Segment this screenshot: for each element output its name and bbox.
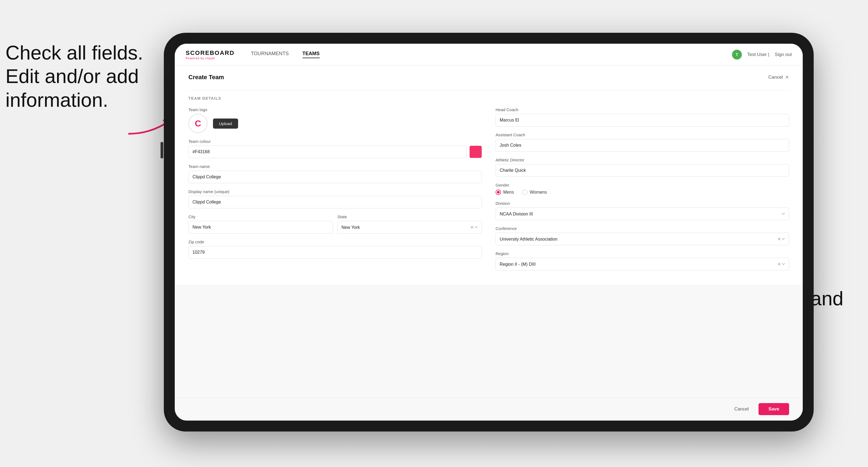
head-coach-label: Head Coach [496, 107, 789, 112]
form-divider [188, 90, 789, 91]
gender-group: Gender Mens Womens [496, 183, 789, 195]
head-coach-input[interactable] [496, 114, 789, 126]
form-title: Create Team [188, 74, 224, 81]
region-clear-button[interactable]: ✕ [777, 261, 781, 267]
gender-womens-option[interactable]: Womens [522, 190, 547, 195]
left-column: Team logo C Upload Team colour [188, 107, 482, 276]
zip-group: Zip code [188, 240, 482, 259]
logo-text: SCOREBOARD [186, 50, 235, 57]
region-select-wrap: Region II - (M) DIII ✕ [496, 258, 789, 270]
gender-mens-option[interactable]: Mens [496, 190, 514, 195]
colour-swatch[interactable] [469, 146, 482, 158]
display-name-group: Display name (unique) [188, 189, 482, 208]
assistant-coach-input[interactable] [496, 139, 789, 152]
state-group: State New York ✕ [338, 214, 482, 234]
navbar: SCOREBOARD Powered by clippd TOURNAMENTS… [175, 44, 803, 66]
nav-teams[interactable]: TEAMS [303, 51, 320, 58]
team-colour-label: Team colour [188, 139, 482, 144]
gender-radio: Mens Womens [496, 190, 789, 195]
state-select-wrap: New York ✕ [338, 221, 482, 234]
annotation-left: Check all fields. Edit and/or add inform… [5, 41, 143, 112]
division-select-wrap: NCAA Division III [496, 208, 789, 220]
conference-select-wrap: University Athletic Association ✕ [496, 233, 789, 245]
logo-circle: C [188, 114, 208, 133]
division-group: Division NCAA Division III [496, 201, 789, 220]
region-select[interactable]: Region II - (M) DIII [496, 258, 789, 270]
city-state-row: City State New York ✕ [188, 214, 482, 234]
division-label: Division [496, 201, 789, 206]
city-state-group: City State New York ✕ [188, 214, 482, 234]
logo-area: SCOREBOARD Powered by clippd [186, 50, 235, 60]
nav-links: TOURNAMENTS TEAMS [251, 51, 732, 58]
athletic-director-label: Athletic Director [496, 158, 789, 162]
display-name-input[interactable] [188, 196, 482, 208]
team-name-input[interactable] [188, 171, 482, 183]
nav-right: T Test User | Sign out [732, 50, 792, 60]
division-select[interactable]: NCAA Division III [496, 208, 789, 220]
form-footer: Cancel Save [175, 397, 803, 421]
form-header: Create Team Cancel ✕ [188, 74, 789, 85]
gender-womens-radio[interactable] [522, 190, 528, 195]
logo-sub: Powered by clippd [186, 57, 235, 60]
athletic-director-group: Athletic Director [496, 158, 789, 177]
state-clear-button[interactable]: ✕ [470, 225, 474, 230]
athletic-director-input[interactable] [496, 164, 789, 177]
form-container: Create Team Cancel ✕ TEAM DETAILS Team l… [175, 66, 803, 285]
city-label: City [188, 214, 333, 219]
city-group: City [188, 214, 333, 234]
city-input[interactable] [188, 221, 333, 234]
team-logo-area: C Upload [188, 114, 482, 133]
conference-label: Conference [496, 226, 789, 231]
tablet-screen: SCOREBOARD Powered by clippd TOURNAMENTS… [175, 44, 803, 421]
right-column: Head Coach Assistant Coach Athletic Dire… [496, 107, 789, 276]
display-name-label: Display name (unique) [188, 189, 482, 194]
region-label: Region [496, 251, 789, 256]
gender-label: Gender [496, 183, 789, 187]
main-content: Create Team Cancel ✕ TEAM DETAILS Team l… [175, 66, 803, 397]
region-group: Region Region II - (M) DIII ✕ [496, 251, 789, 270]
zip-label: Zip code [188, 240, 482, 244]
state-select[interactable]: New York [338, 221, 482, 234]
state-label: State [338, 214, 482, 219]
team-name-group: Team name [188, 164, 482, 183]
sign-out-link[interactable]: Sign out [775, 52, 792, 57]
save-button[interactable]: Save [758, 403, 789, 415]
team-name-label: Team name [188, 164, 482, 169]
zip-input[interactable] [188, 246, 482, 259]
cancel-button[interactable]: Cancel [729, 404, 754, 414]
conference-select[interactable]: University Athletic Association [496, 233, 789, 245]
nav-tournaments[interactable]: TOURNAMENTS [251, 51, 289, 58]
form-two-col: Team logo C Upload Team colour [188, 107, 789, 276]
gender-mens-radio[interactable] [496, 190, 501, 195]
head-coach-group: Head Coach [496, 107, 789, 126]
team-colour-input[interactable] [188, 146, 467, 158]
conference-group: Conference University Athletic Associati… [496, 226, 789, 245]
tablet-frame: SCOREBOARD Powered by clippd TOURNAMENTS… [164, 33, 814, 432]
close-icon: ✕ [785, 74, 789, 80]
cancel-header-button[interactable]: Cancel ✕ [768, 74, 789, 80]
team-logo-label: Team logo [188, 107, 482, 112]
upload-button[interactable]: Upload [213, 119, 238, 129]
team-colour-group: Team colour [188, 139, 482, 158]
user-name: Test User | [747, 52, 769, 57]
assistant-coach-label: Assistant Coach [496, 132, 789, 137]
team-logo-group: Team logo C Upload [188, 107, 482, 133]
section-label: TEAM DETAILS [188, 96, 789, 100]
assistant-coach-group: Assistant Coach [496, 132, 789, 152]
colour-input-wrap [188, 146, 482, 158]
conference-clear-button[interactable]: ✕ [777, 237, 781, 242]
user-avatar: T [732, 50, 742, 60]
